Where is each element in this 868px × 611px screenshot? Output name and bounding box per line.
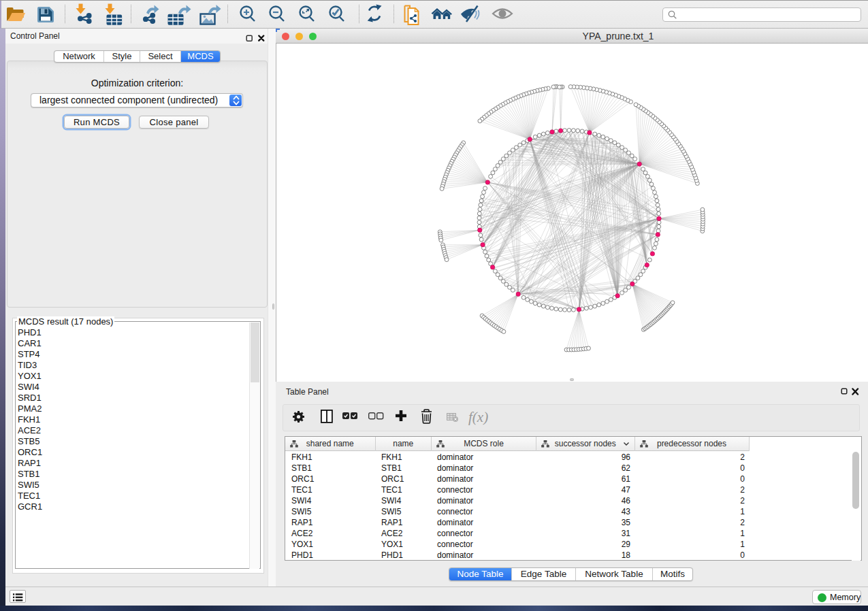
svg-text:f(x): f(x) xyxy=(468,409,488,425)
